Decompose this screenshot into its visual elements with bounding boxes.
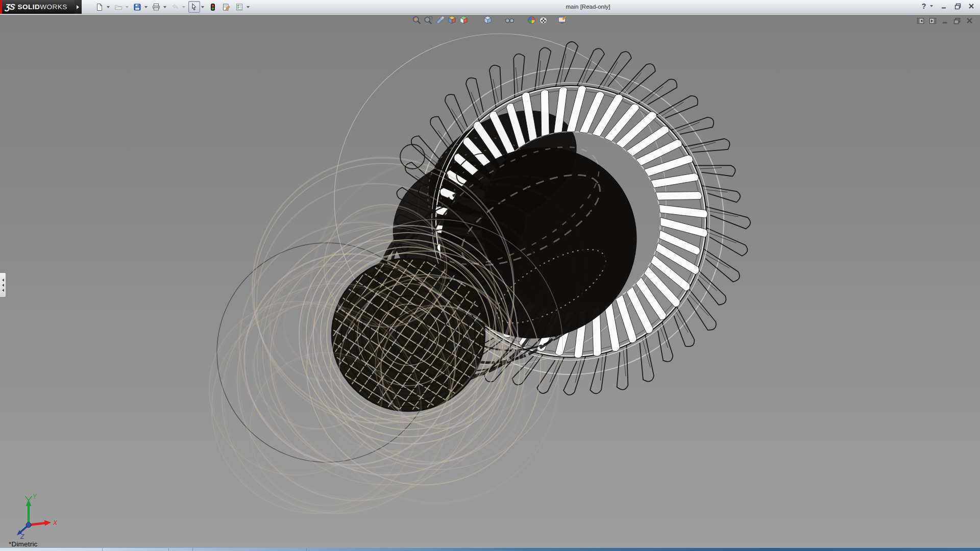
apply-scene-button[interactable] <box>538 16 549 27</box>
zoom-to-fit-icon <box>412 15 422 27</box>
view-orientation-button[interactable] <box>447 16 457 27</box>
next-pane-button[interactable] <box>928 17 937 24</box>
new-document-button[interactable] <box>94 1 106 13</box>
save-icon <box>133 3 141 11</box>
options-button[interactable] <box>234 1 246 13</box>
rebuild-toolbar-item <box>207 1 219 13</box>
collapse-arrow-icon <box>2 279 4 282</box>
section-view-button[interactable] <box>435 16 446 27</box>
options-toolbar-item <box>234 1 251 13</box>
restore-document-icon <box>953 17 961 24</box>
rebuild-button[interactable] <box>207 1 219 13</box>
print-icon <box>152 3 160 11</box>
edit-appearance-icon <box>527 15 536 27</box>
previous-pane-icon <box>917 17 924 24</box>
status-divider <box>102 548 103 551</box>
undo-button[interactable] <box>169 1 181 13</box>
status-divider <box>306 548 307 551</box>
print-dropdown-caret[interactable] <box>163 6 166 8</box>
hide-show-items-icon <box>505 15 514 27</box>
status-divider <box>192 548 193 551</box>
select-button[interactable] <box>188 1 200 13</box>
next-pane-icon <box>929 17 937 24</box>
minimize-document-icon <box>942 17 948 24</box>
minimize-document-button[interactable] <box>941 17 949 24</box>
open-document-dropdown-caret[interactable] <box>126 6 129 8</box>
minimize-icon <box>941 3 947 9</box>
status-divider <box>944 548 945 551</box>
display-style-button[interactable] <box>482 16 493 27</box>
file-properties-toolbar-item <box>220 1 232 13</box>
close-icon <box>968 3 974 9</box>
options-dropdown-caret[interactable] <box>247 6 250 8</box>
zoom-to-fit-button[interactable] <box>411 16 422 27</box>
minimize-window-button[interactable] <box>939 2 948 11</box>
heads-up-view-toolbar <box>411 16 569 27</box>
view-settings-icon <box>557 15 567 27</box>
save-dropdown-caret[interactable] <box>144 6 148 8</box>
new-document-icon <box>95 3 104 11</box>
status-bar <box>0 547 980 551</box>
file-properties-icon <box>222 3 230 11</box>
triad-x-label: X <box>53 519 58 527</box>
window-controls: ? <box>919 2 976 11</box>
main-toolbar <box>94 0 253 14</box>
help-icon: ? <box>922 2 926 10</box>
close-document-button[interactable] <box>965 17 973 24</box>
edit-appearance-button[interactable] <box>526 16 537 27</box>
save-toolbar-item <box>132 1 149 13</box>
view-orientation-icon <box>447 15 457 27</box>
flyout-arrow-icon <box>77 5 79 9</box>
save-button[interactable] <box>132 1 143 13</box>
document-title: main [Read-only] <box>566 4 610 10</box>
previous-pane-button[interactable] <box>916 17 924 24</box>
apply-scene-icon <box>538 15 548 27</box>
graphics-viewport[interactable]: X Y Z *Dimetric <box>0 14 980 548</box>
print-button[interactable] <box>151 1 162 13</box>
solidworks-logo: ƷS SOLIDWORKS <box>0 0 75 14</box>
document-window-controls <box>916 17 973 24</box>
standard-views-icon <box>459 15 469 27</box>
collapse-arrow-icon <box>2 289 4 292</box>
select-icon <box>190 3 198 11</box>
open-document-button[interactable] <box>113 1 125 13</box>
featuremanager-collapsed-tab[interactable] <box>0 272 6 297</box>
logo-text-light: WORKS <box>40 3 67 11</box>
titlebar: ƷS SOLIDWORKS main [Read-only] ? <box>0 0 980 14</box>
undo-toolbar-item <box>169 1 187 13</box>
triad-y-label: Y <box>33 493 37 500</box>
solidworks-logo-mark-icon: ƷS <box>5 3 15 12</box>
view-orientation-label: *Dimetric <box>9 540 38 548</box>
select-dropdown-caret[interactable] <box>201 6 204 8</box>
restore-document-button[interactable] <box>953 17 961 24</box>
close-window-button[interactable] <box>967 2 976 11</box>
display-style-icon <box>483 15 493 27</box>
open-document-icon <box>114 3 122 11</box>
zoom-to-area-icon <box>424 15 433 27</box>
help-button[interactable]: ? <box>919 2 928 11</box>
zoom-to-area-button[interactable] <box>423 16 434 27</box>
restore-icon <box>954 3 961 10</box>
standard-views-button[interactable] <box>458 16 469 27</box>
collapse-arrow-icon <box>2 284 4 287</box>
undo-icon <box>171 3 179 11</box>
options-icon <box>235 3 243 11</box>
select-toolbar-item <box>188 1 206 13</box>
turbine-engine-wireframe-model[interactable] <box>0 15 980 548</box>
menu-flyout-button[interactable] <box>75 0 82 14</box>
file-properties-button[interactable] <box>220 1 232 13</box>
logo-text-bold: SOLID <box>17 3 40 11</box>
new-document-dropdown-caret[interactable] <box>107 6 110 8</box>
undo-dropdown-caret[interactable] <box>182 6 185 8</box>
hide-show-items-button[interactable] <box>504 16 515 27</box>
help-dropdown-caret[interactable] <box>930 5 933 7</box>
section-view-icon <box>435 15 445 27</box>
open-document-toolbar-item <box>113 1 130 13</box>
new-document-toolbar-item <box>94 1 111 13</box>
view-settings-button[interactable] <box>557 16 568 27</box>
rebuild-icon <box>209 3 217 11</box>
print-toolbar-item <box>151 1 168 13</box>
close-document-icon <box>966 17 973 24</box>
triad-z-label: Z <box>20 533 24 539</box>
restore-window-button[interactable] <box>953 2 962 11</box>
